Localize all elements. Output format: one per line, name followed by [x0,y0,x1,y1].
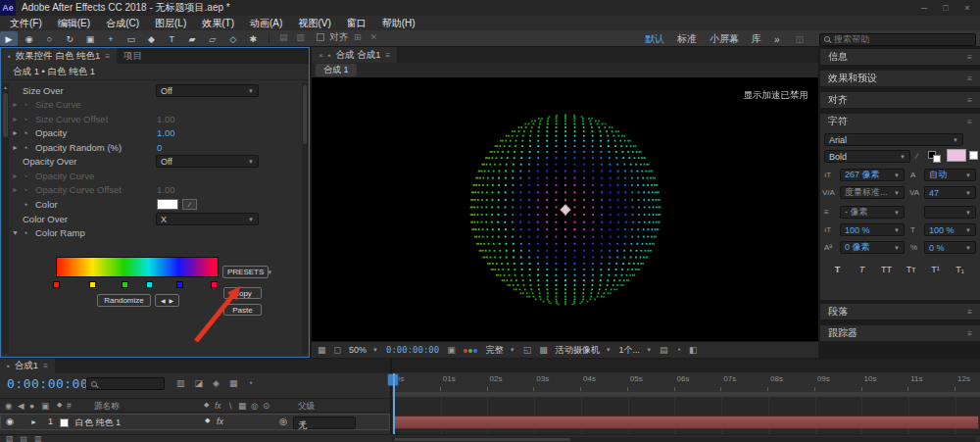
parent-dropdown[interactable]: 无▼ [293,417,356,429]
superscript-button[interactable]: T¹ [924,263,947,276]
randomize-button[interactable]: Randomize [97,294,151,307]
size-over-dropdown[interactable]: Off▼ [156,84,259,97]
faux-italic-button[interactable]: T [851,263,873,276]
panel-menu-icon[interactable]: ≡ [967,96,972,105]
all-caps-button[interactable]: TT [875,263,898,276]
opacity-over-dropdown[interactable]: Off▼ [156,155,259,168]
property-value[interactable]: 1.00 [157,184,175,195]
fill-color-swatch[interactable] [947,149,966,162]
twirl-icon[interactable]: ► [12,116,23,123]
horizontal-scale-select[interactable]: 100 %▼ [924,223,976,236]
color-swatch[interactable] [157,199,178,210]
workspace-libraries[interactable]: 库 [752,32,761,46]
timeline-search-box[interactable] [86,377,165,390]
gradient-stop[interactable] [146,281,153,288]
shy-layers-icon[interactable]: ◈ [213,378,220,388]
stopwatch-icon[interactable]: ◔ [23,143,35,153]
vertical-scale-select[interactable]: 100 %▼ [840,223,905,236]
brush-tool[interactable]: ▰ [183,31,201,46]
frame-blending-icon[interactable]: ▦ [229,378,238,388]
tab-project[interactable]: 项目 [117,48,149,64]
twirl-icon[interactable]: ► [12,101,23,108]
minimize-button[interactable]: ─ [913,0,935,16]
panel-menu-icon[interactable]: ≡ [967,74,972,83]
eyedropper-icon[interactable]: ∕ [916,152,917,161]
zoom-tool[interactable]: ○ [41,31,59,46]
maximize-button[interactable]: □ [935,0,956,16]
small-caps-button[interactable]: Tт [900,263,922,276]
paste-button[interactable]: Paste [223,304,262,316]
transparency-grid-icon[interactable]: ▩ [539,345,548,355]
parent-column-header[interactable]: 父级 [298,401,315,413]
font-family-select[interactable]: Arial▼ [824,133,963,146]
view-layout-dropdown[interactable]: 1个...▼ [619,344,652,357]
property-value[interactable]: 1.00 [157,114,175,124]
composition-viewport[interactable]: 显示加速已禁用 [312,77,818,341]
mask-visibility-icon[interactable]: ◻ [334,345,341,355]
workspace-default[interactable]: 默认 [645,32,664,46]
twirl-icon[interactable]: ► [12,172,23,179]
gradient-bar[interactable] [56,257,219,277]
help-search-box[interactable] [819,33,976,46]
menu-view[interactable]: 视图(V) [290,17,338,30]
stroke-color-swatch[interactable] [969,151,978,160]
resolution-dropdown[interactable]: 完整▼ [486,344,515,357]
tab-timeline-comp[interactable]: ▪ 合成1 ≡ [0,359,55,373]
in-out-pane-icon[interactable]: ▥ [34,434,42,442]
snapshot-icon[interactable]: ▣ [447,345,456,355]
show-channels-icon[interactable] [464,345,478,355]
stroke-width-select[interactable]: - 像素▼ [840,206,905,219]
color-over-dropdown[interactable]: X▼ [156,213,259,225]
paragraph-panel-tab[interactable]: 段落≡ [820,304,980,319]
menu-animation[interactable]: 动画(A) [242,17,290,30]
menu-help[interactable]: 帮助(H) [374,17,423,30]
twirl-icon[interactable]: ► [12,129,23,136]
panel-menu-icon[interactable]: ≡ [967,329,972,338]
ramp-prev-next-buttons[interactable]: ◀▶ [155,294,179,307]
draft-3d-icon[interactable]: ◪ [195,378,204,388]
layer-row[interactable]: ◉ ► 1 白色 纯色 1 ◆ fx ◎ 无▼ [0,414,390,430]
faux-bold-button[interactable]: T [826,263,849,276]
panel-menu-icon[interactable]: ≡ [967,53,972,62]
hand-tool[interactable]: ◉ [21,31,38,46]
current-timecode[interactable]: 0:00:00:00 [7,376,88,391]
font-size-select[interactable]: 267 像素▼ [840,169,905,181]
rotation-tool[interactable]: ↻ [61,31,78,46]
grid-guides-icon[interactable]: ▦ [318,345,326,355]
tracking-select[interactable]: 47▼ [924,186,976,199]
menu-effect[interactable]: 效果(T) [194,17,242,30]
time-ruler[interactable]: 0s01s02s03s04s05s06s07s08s09s10s11s12s [392,372,980,392]
stopwatch-icon[interactable]: ◔ [23,185,35,195]
gradient-stop[interactable] [211,281,218,288]
menu-composition[interactable]: 合成(C) [98,17,147,30]
font-style-select[interactable]: Bold▼ [824,150,910,163]
layer-name[interactable]: 白色 纯色 1 [75,417,121,429]
tab-effect-controls[interactable]: ▪ 效果控件 白色 纯色1 ≡ [1,48,117,64]
pixel-aspect-icon[interactable]: ▤ [660,345,668,355]
puppet-pin-tool[interactable]: ✱ [244,31,262,46]
workspace-overflow[interactable]: » [774,34,780,45]
panel-menu-icon[interactable]: ≡ [43,362,48,370]
menu-layer[interactable]: 图层(L) [147,17,194,30]
clone-stamp-tool[interactable]: ▱ [204,31,221,46]
workspace-small-screen[interactable]: 小屏幕 [710,32,739,46]
leading-select[interactable]: 自动▼ [924,169,976,181]
subscript-button[interactable]: T₁ [949,263,971,276]
stopwatch-icon[interactable]: ◔ [23,200,35,210]
quality-switch-icon[interactable]: ◆ [205,417,210,424]
fast-previews-icon[interactable]: ◔ [676,345,681,355]
copy-button[interactable]: Copy [223,287,262,299]
fx-switch-icon[interactable]: fx [217,417,223,426]
gradient-stop[interactable] [53,281,60,288]
current-time-indicator-line[interactable] [393,373,395,434]
info-panel-tab[interactable]: 信息≡ [820,49,980,65]
twirl-icon[interactable]: ► [12,144,23,151]
preview-timecode[interactable]: 0:00:00:00 [386,345,439,355]
motion-blur-icon[interactable]: ◔ [247,378,252,388]
presets-dropdown[interactable]: PRESETS▼ [222,266,269,278]
source-name-column-header[interactable]: 源名称 [94,401,120,413]
shape-tool[interactable]: ▭ [122,31,140,46]
tsume-select[interactable]: 0 %▼ [924,241,976,254]
transfer-controls-pane-icon[interactable]: ▤ [21,434,28,442]
stopwatch-icon[interactable]: ◔ [23,128,35,138]
